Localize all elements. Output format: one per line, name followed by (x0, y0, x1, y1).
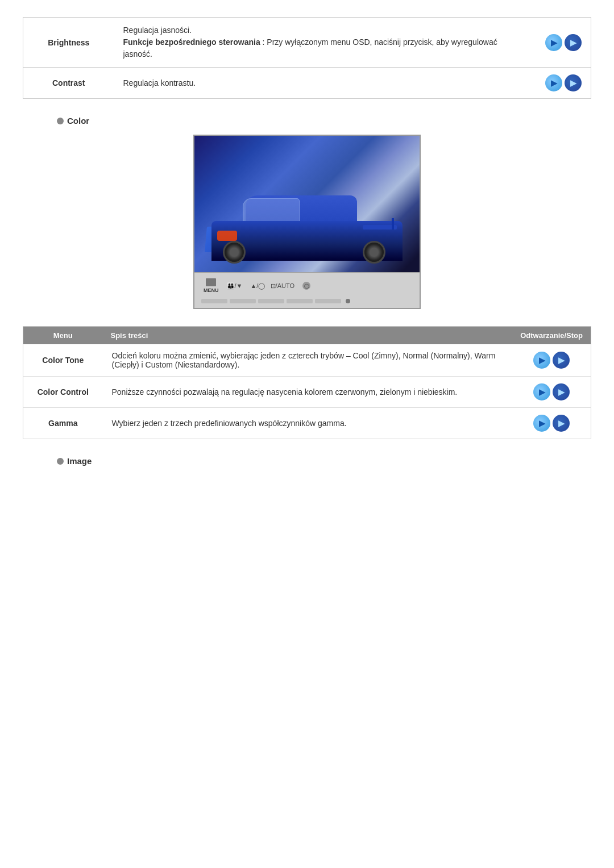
color-tone-description: Odcień koloru można zmienić, wybierając … (103, 344, 513, 377)
contrast-description: Regulacja kontrastu. (114, 68, 537, 99)
image-heading-label: Image (67, 456, 92, 466)
brightness-label: Brightness (23, 18, 114, 68)
brightness-nav-btns: ▶ ▶ (545, 34, 582, 51)
car-headlight (217, 231, 237, 241)
car-wheel-right (363, 241, 385, 264)
monitor-btn-4[interactable] (287, 299, 313, 303)
color-tone-nav-btns: ▶ ▶ (521, 352, 582, 369)
header-menu: Menu (23, 327, 103, 345)
gamma-label: Gamma (23, 408, 103, 439)
monitor-power-dot (346, 299, 350, 303)
monitor-btn-3[interactable] (258, 299, 284, 303)
gamma-buttons: ▶ ▶ (512, 408, 591, 439)
gamma-row: Gamma Wybierz jeden z trzech predefiniow… (23, 408, 591, 439)
monitor-buttons-row (201, 297, 413, 303)
brightness-description: Regulacja jasności. Funkcje bezpośrednie… (114, 18, 537, 68)
color-tone-next-btn[interactable]: ▶ (553, 352, 570, 369)
image-circle-icon (57, 458, 64, 465)
gamma-prev-btn[interactable]: ▶ (533, 415, 550, 432)
gamma-next-btn[interactable]: ▶ (553, 415, 570, 432)
brightness-buttons: ▶ ▶ (536, 18, 591, 68)
contrast-buttons: ▶ ▶ (536, 68, 591, 99)
power-icon[interactable]: ◯ (302, 282, 310, 290)
monitor-bottom-panel: MENU 👪/▼ ▲/◯ ⊡/AUTO ◯ (194, 272, 420, 308)
contrast-prev-btn[interactable]: ▶ (545, 74, 562, 91)
color-control-nav-btns: ▶ ▶ (521, 383, 582, 400)
brightness-contrast-table: Brightness Regulacja jasności. Funkcje b… (23, 17, 591, 99)
monitor-btn-5[interactable] (315, 299, 341, 303)
color-table: Menu Spis treści Odtwarzanie/Stop Color … (23, 326, 591, 439)
arrow-controls: ▲/◯ ⊡/AUTO (250, 282, 294, 290)
color-control-buttons: ▶ ▶ (512, 377, 591, 408)
color-tone-label: Color Tone (23, 344, 103, 377)
contrast-desc-plain: Regulacja kontrastu. (123, 78, 196, 87)
color-tone-prev-btn[interactable]: ▶ (533, 352, 550, 369)
car-wheel-left (223, 241, 246, 264)
menu-icon (206, 278, 216, 286)
contrast-next-btn[interactable]: ▶ (565, 74, 582, 91)
adjust-controls: 👪/▼ (227, 282, 243, 290)
gamma-description: Wybierz jeden z trzech predefiniowanych … (103, 408, 513, 439)
menu-control[interactable]: MENU (204, 278, 219, 293)
contrast-nav-btns: ▶ ▶ (545, 74, 582, 91)
contrast-row: Contrast Regulacja kontrastu. ▶ ▶ (23, 68, 591, 99)
brightness-desc-bold: Funkcje bezpośredniego sterowania (123, 37, 260, 47)
monitor-btn-1[interactable] (201, 299, 227, 303)
brightness-next-btn[interactable]: ▶ (565, 34, 582, 51)
car-spoiler (363, 225, 397, 229)
image-section-heading: Image (57, 456, 591, 466)
header-contents: Spis treści (103, 327, 513, 345)
color-heading-label: Color (67, 116, 89, 126)
brightness-desc-plain: Regulacja jasności. (123, 26, 192, 35)
monitor-screen (194, 136, 420, 272)
color-table-header-row: Menu Spis treści Odtwarzanie/Stop (23, 327, 591, 345)
monitor-container: MENU 👪/▼ ▲/◯ ⊡/AUTO ◯ (23, 135, 591, 309)
color-tone-buttons: ▶ ▶ (512, 344, 591, 377)
header-playstop: Odtwarzanie/Stop (512, 327, 591, 345)
brightness-prev-btn[interactable]: ▶ (545, 34, 562, 51)
color-control-description: Poniższe czynności pozwalają na regulacj… (103, 377, 513, 408)
color-control-label: Color Control (23, 377, 103, 408)
menu-label: MENU (204, 287, 219, 293)
brightness-row: Brightness Regulacja jasności. Funkcje b… (23, 18, 591, 68)
color-control-prev-btn[interactable]: ▶ (533, 383, 550, 400)
contrast-label: Contrast (23, 68, 114, 99)
car-body (211, 187, 403, 261)
color-section-heading: Color (57, 116, 591, 126)
color-control-next-btn[interactable]: ▶ (553, 383, 570, 400)
color-circle-icon (57, 118, 64, 124)
monitor-btn-2[interactable] (230, 299, 256, 303)
color-control-row: Color Control Poniższe czynności pozwala… (23, 377, 591, 408)
gamma-nav-btns: ▶ ▶ (521, 415, 582, 432)
person-icon: 👪 (227, 282, 235, 289)
auto-label: ⊡/AUTO (271, 282, 294, 289)
monitor-box: MENU 👪/▼ ▲/◯ ⊡/AUTO ◯ (193, 135, 421, 309)
color-tone-row: Color Tone Odcień koloru można zmienić, … (23, 344, 591, 377)
